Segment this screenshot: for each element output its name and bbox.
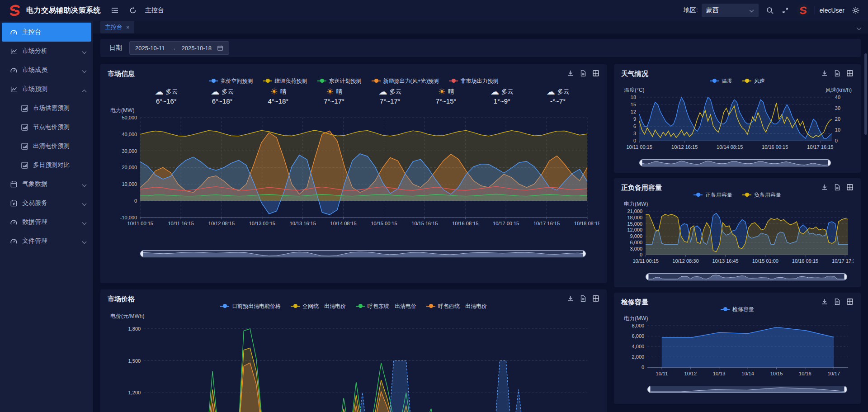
content: 日期 2025-10-11 → 2025-10-18 市场信息 — [93, 33, 868, 412]
datazoom-handle-left[interactable] — [140, 251, 143, 257]
datazoom-slider[interactable] — [647, 386, 847, 393]
close-icon[interactable]: × — [126, 24, 130, 31]
datazoom-handle-left[interactable] — [639, 160, 642, 166]
refresh-icon[interactable] — [129, 6, 137, 14]
market-info-chart[interactable]: 50,00040,00030,00020,00010,0000-10,00010… — [108, 105, 599, 248]
breadcrumb[interactable]: 主控台 — [145, 6, 164, 14]
sidebar-item[interactable]: 市场成员 — [0, 61, 93, 80]
legend-item[interactable]: 负备用容量 — [742, 191, 781, 199]
download-icon[interactable] — [567, 70, 574, 77]
legend-item[interactable]: 呼包东统一出清电价 — [356, 303, 416, 310]
svg-text:10/11 00:15: 10/11 00:15 — [632, 258, 658, 264]
weather-cell: ☀晴4°~18° — [250, 87, 307, 105]
weather-cell: ☁多云6°~16° — [138, 87, 194, 105]
weather-cell: ☁多云1°~9° — [474, 87, 530, 105]
region-select[interactable]: 蒙西 — [702, 4, 759, 17]
chevron-down-icon — [82, 49, 87, 54]
legend-item[interactable]: 温度 — [710, 77, 732, 85]
sidebar-item[interactable]: 交易服务 — [0, 194, 93, 213]
date-range-picker[interactable]: 2025-10-11 → 2025-10-18 — [129, 41, 229, 55]
sidebar-subitem[interactable]: 市场供需预测 — [0, 99, 93, 118]
legend-item[interactable]: 竞价空间预测 — [209, 77, 253, 85]
document-icon[interactable] — [834, 184, 841, 191]
sun-icon: ☀ — [326, 87, 334, 96]
svg-text:20,000: 20,000 — [122, 165, 137, 170]
datazoom-slider[interactable] — [140, 250, 586, 257]
weather-chart[interactable]: 181512963040302010010/11 00:1510/12 16:1… — [621, 85, 854, 157]
legend-item[interactable]: 东送计划预测 — [317, 77, 362, 85]
panel-actions — [821, 298, 854, 305]
weather-label: 多云 — [222, 88, 234, 96]
excel-export-icon[interactable] — [592, 295, 599, 302]
excel-export-icon[interactable] — [592, 70, 599, 77]
datazoom-slider[interactable] — [646, 273, 847, 280]
datazoom-handle-right[interactable] — [844, 386, 847, 393]
reserve-capacity-chart[interactable]: 21,00018,00015,00012,0009,0006,0003,0000… — [621, 199, 854, 271]
legend-item[interactable]: 日前预出清电能价格 — [220, 303, 281, 310]
sidebar-item[interactable]: 数据管理 — [0, 213, 93, 232]
datazoom-handle-right[interactable] — [844, 274, 847, 280]
collapse-menu-icon[interactable] — [111, 6, 119, 14]
datazoom-slider[interactable] — [639, 159, 831, 166]
svg-text:电力(MW): 电力(MW) — [624, 315, 648, 322]
legend-item[interactable]: 非市场出力预测 — [449, 77, 499, 85]
chevron-down-icon[interactable] — [856, 24, 862, 30]
legend-marker-icon — [742, 193, 751, 197]
sidebar-item[interactable]: 文件管理 — [0, 232, 93, 251]
legend-item[interactable]: 检修容量 — [721, 306, 754, 313]
download-icon[interactable] — [821, 184, 828, 191]
legend-item[interactable]: 新能源出力(风+光)预测 — [372, 77, 439, 85]
sidebar-item[interactable]: 市场分析 — [0, 42, 93, 61]
legend-item[interactable]: 正备用容量 — [693, 191, 732, 199]
sidebar: 主控台市场分析市场成员市场预测市场供需预测节点电价预测出清电价预测多日预测对比气… — [0, 21, 93, 412]
gear-icon[interactable] — [852, 6, 860, 14]
sidebar-item[interactable]: 主控台 — [2, 23, 91, 42]
legend-item[interactable]: 风速 — [742, 77, 765, 85]
legend-item[interactable]: 统调负荷预测 — [263, 77, 307, 85]
document-icon[interactable] — [834, 298, 841, 305]
datazoom-handle-left[interactable] — [647, 386, 651, 393]
sidebar-item-label: 气象数据 — [22, 180, 47, 188]
gauge-icon — [10, 218, 18, 226]
svg-text:18: 18 — [631, 95, 636, 100]
maintenance-capacity-chart[interactable]: 8,0006,0004,0002,000010/1110/1210/1310/1… — [621, 314, 854, 384]
legend-item[interactable]: 呼包西统一出清电价 — [426, 303, 487, 310]
excel-export-icon[interactable] — [846, 70, 854, 77]
tab-dashboard[interactable]: 主控台 × — [100, 21, 134, 33]
datazoom-handle-left[interactable] — [646, 274, 649, 280]
weather-cell: ☁多云7°~17° — [362, 87, 418, 105]
svg-text:10/16: 10/16 — [799, 371, 811, 376]
page-scrollbar[interactable] — [864, 53, 867, 135]
sidebar-subitem[interactable]: 多日预测对比 — [0, 156, 93, 175]
legend-label: 呼包西统一出清电价 — [438, 303, 487, 310]
document-icon[interactable] — [580, 295, 587, 302]
svg-text:50,000: 50,000 — [122, 115, 137, 120]
calendar-icon — [217, 45, 223, 51]
market-price-chart[interactable]: 1,8001,5001,200900电价(元/MWh) — [108, 311, 599, 412]
datazoom-handle-right[interactable] — [583, 251, 586, 257]
download-icon[interactable] — [567, 295, 574, 302]
datazoom-handle-right[interactable] — [828, 160, 831, 166]
svg-text:9: 9 — [633, 116, 636, 122]
svg-text:0: 0 — [835, 138, 838, 143]
search-icon[interactable] — [766, 6, 774, 14]
sidebar-item-label: 主控台 — [22, 28, 41, 36]
panel-title: 市场信息 — [108, 70, 135, 78]
download-icon[interactable] — [821, 70, 828, 77]
sidebar-item-label: 文件管理 — [22, 237, 47, 245]
svg-text:3: 3 — [633, 131, 636, 136]
sidebar-subitem[interactable]: 出清电价预测 — [0, 137, 93, 156]
user-avatar[interactable] — [797, 4, 810, 17]
sidebar-item[interactable]: 市场预测 — [0, 80, 93, 99]
excel-export-icon[interactable] — [846, 298, 854, 305]
document-icon[interactable] — [580, 70, 587, 77]
svg-text:6: 6 — [633, 123, 636, 129]
svg-text:10/13 00:15: 10/13 00:15 — [249, 221, 275, 226]
excel-export-icon[interactable] — [846, 184, 854, 191]
fullscreen-icon[interactable] — [781, 6, 789, 14]
download-icon[interactable] — [821, 298, 828, 305]
document-icon[interactable] — [834, 70, 841, 77]
sidebar-item[interactable]: 气象数据 — [0, 175, 93, 194]
legend-item[interactable]: 全网统一出清电价 — [291, 303, 346, 310]
sidebar-subitem[interactable]: 节点电价预测 — [0, 118, 93, 137]
